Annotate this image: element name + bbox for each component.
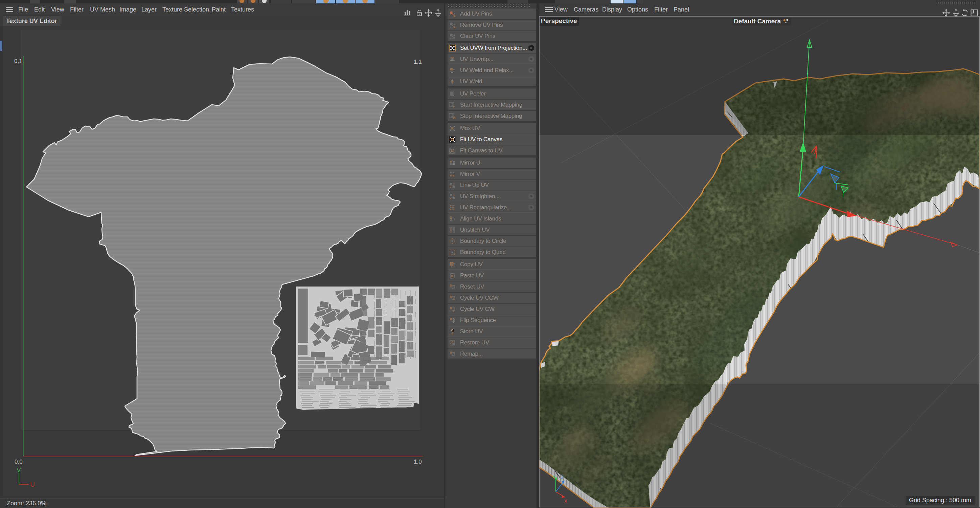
svg-text:Y: Y <box>552 474 555 479</box>
svg-text:U: U <box>30 481 35 488</box>
svg-text:V: V <box>17 466 21 473</box>
svg-text:X: X <box>564 498 567 503</box>
svg-text:Z: Z <box>561 475 563 480</box>
